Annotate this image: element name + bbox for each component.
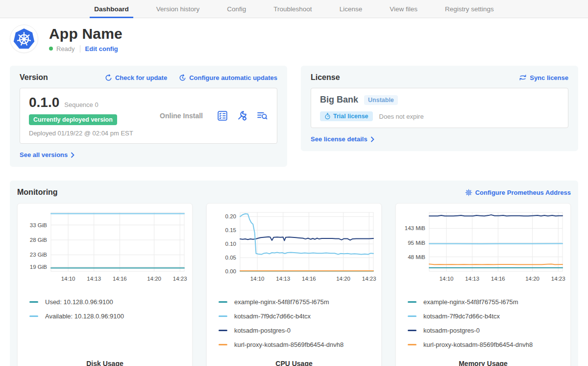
x-tick-label: 14:20 — [336, 276, 350, 282]
legend-label: Available: 10.128.0.96:9100 — [45, 313, 124, 320]
legend-swatch — [408, 301, 416, 303]
legend-swatch — [408, 315, 416, 317]
version-number: 0.1.0 — [29, 95, 59, 110]
legend-swatch — [408, 344, 416, 345]
y-tick-label: 0.05 — [225, 255, 236, 261]
legend-item: Available: 10.128.0.96:9100 — [29, 309, 187, 323]
x-tick-label: 14:10 — [61, 276, 75, 282]
legend-label: example-nginx-54f8f76755-l675m — [423, 298, 518, 306]
tab-version-history[interactable]: Version history — [152, 0, 204, 18]
plot-area — [429, 212, 563, 271]
log-search-icon — [256, 110, 268, 121]
preflight-checks-button[interactable] — [217, 110, 228, 121]
license-details-box: Big Bank Unstable Trial license Does not… — [311, 88, 568, 128]
monitoring-title: Monitoring — [17, 188, 58, 197]
wrench-gear-icon — [237, 110, 247, 121]
legend-label: kotsadm-7f9dc7d66c-b4tcx — [234, 313, 311, 320]
cpu-usage-chart: 14:1014:1314:1614:2014:230.000.050.100.1… — [212, 209, 376, 288]
edit-config-link[interactable]: Edit config — [85, 45, 118, 52]
legend-label: kurl-proxy-kotsadm-8569fb6454-dnvh8 — [234, 341, 343, 348]
y-tick-label: 33 GiB — [30, 222, 47, 228]
app-logo — [10, 25, 38, 53]
dashboard-page: App Name Ready Edit config Version — [0, 25, 588, 366]
x-tick-label: 14:13 — [276, 276, 290, 282]
view-logs-button[interactable] — [256, 110, 268, 121]
cpu-usage-title: CPU Usage — [212, 352, 376, 366]
legend-swatch — [219, 330, 227, 331]
cpu-usage-panel: 14:1014:1314:1614:2014:230.000.050.100.1… — [206, 203, 382, 366]
tab-license[interactable]: License — [335, 0, 367, 18]
legend-swatch — [29, 315, 38, 317]
x-tick-label: 14:13 — [87, 276, 101, 282]
y-tick-label: 95 MiB — [408, 240, 425, 246]
legend-item: kotsadm-7f9dc7d66c-b4tcx — [219, 309, 376, 323]
x-tick-label: 14:20 — [525, 276, 539, 282]
series-line — [429, 264, 563, 264]
legend-label: kotsadm-postgres-0 — [234, 327, 291, 334]
legend-label: kotsadm-7f9dc7d66c-b4tcx — [423, 313, 500, 320]
sync-arrows-icon — [519, 74, 527, 81]
x-tick-label: 14:20 — [147, 276, 161, 282]
tab-dashboard[interactable]: Dashboard — [90, 0, 133, 18]
app-status-text: Ready — [56, 45, 75, 52]
deployed-badge: Currently deployed version — [29, 114, 117, 125]
version-card-title: Version — [20, 73, 48, 82]
y-tick-label: 28 GiB — [30, 237, 47, 243]
x-tick-label: 14:16 — [491, 276, 505, 282]
configure-automatic-updates-button[interactable]: Configure automatic updates — [179, 74, 277, 81]
legend-item: kotsadm-postgres-0 — [408, 323, 565, 338]
disk-usage-chart: 14:1014:1314:1614:2014:2319 GiB23 GiB28 … — [23, 209, 187, 288]
top-nav: Dashboard Version history Config Trouble… — [0, 0, 588, 18]
see-license-details-link[interactable]: See license details — [311, 135, 374, 143]
memory-usage-legend: example-nginx-54f8f76755-l675mkotsadm-7f… — [401, 295, 565, 352]
tab-registry-settings[interactable]: Registry settings — [441, 0, 498, 18]
y-tick-label: 19 GiB — [30, 264, 47, 270]
tab-view-files[interactable]: View files — [385, 0, 422, 18]
memory-usage-title: Memory Usage — [401, 352, 565, 366]
legend-label: example-nginx-54f8f76755-l675m — [234, 298, 329, 306]
legend-item: example-nginx-54f8f76755-l675m — [219, 295, 376, 309]
configure-prometheus-button[interactable]: Configure Prometheus Address — [465, 189, 571, 196]
x-tick-label: 14:23 — [551, 276, 565, 282]
install-type-label: Online Install — [146, 112, 217, 120]
x-tick-label: 14:10 — [440, 276, 454, 282]
cpu-usage-legend: example-nginx-54f8f76755-l675mkotsadm-7f… — [212, 295, 376, 352]
y-tick-label: 0.15 — [225, 227, 236, 233]
legend-item: kotsadm-7f9dc7d66c-b4tcx — [408, 309, 565, 323]
disk-usage-panel: 14:1014:1314:1614:2014:2319 GiB23 GiB28 … — [17, 203, 193, 366]
sync-license-button[interactable]: Sync license — [519, 74, 568, 81]
tab-config[interactable]: Config — [222, 0, 250, 18]
legend-swatch — [219, 315, 227, 317]
customer-name: Big Bank — [320, 95, 358, 105]
disk-usage-legend: Used: 10.128.0.96:9100Available: 10.128.… — [23, 295, 187, 323]
legend-swatch — [219, 344, 227, 345]
legend-item: kurl-proxy-kotsadm-8569fb6454-dnvh8 — [408, 338, 565, 352]
trial-license-badge: Trial license — [320, 111, 373, 121]
y-tick-label: 23 GiB — [30, 252, 47, 258]
y-tick-label: 0.20 — [225, 213, 236, 219]
legend-swatch — [219, 301, 227, 303]
legend-swatch — [408, 330, 416, 331]
legend-item: example-nginx-54f8f76755-l675m — [408, 295, 565, 309]
refresh-icon — [105, 74, 112, 81]
legend-label: Used: 10.128.0.96:9100 — [45, 298, 113, 306]
monitoring-card: Monitoring Configure Prometheus Address — [10, 181, 578, 366]
expiry-text: Does not expire — [379, 113, 424, 120]
chevron-right-icon — [71, 152, 74, 158]
tab-troubleshoot[interactable]: Troubleshoot — [269, 0, 316, 18]
x-tick-label: 14:16 — [113, 276, 127, 282]
y-tick-label: 0.10 — [225, 241, 236, 247]
legend-swatch — [29, 301, 38, 303]
check-for-update-button[interactable]: Check for update — [105, 74, 167, 81]
gear-icon — [465, 189, 472, 196]
sequence-label: Sequence 0 — [64, 101, 98, 108]
summary-cards-row: Version Check for update — [10, 66, 578, 167]
edit-config-version-button[interactable] — [237, 110, 247, 121]
channel-badge: Unstable — [364, 95, 398, 105]
y-tick-label: 143 MiB — [405, 225, 426, 231]
clock-arrow-icon — [179, 74, 186, 81]
stopwatch-icon — [324, 113, 331, 120]
page-title: App Name — [49, 26, 122, 42]
see-all-versions-link[interactable]: See all versions — [20, 151, 74, 158]
legend-label: kotsadm-postgres-0 — [423, 327, 480, 334]
